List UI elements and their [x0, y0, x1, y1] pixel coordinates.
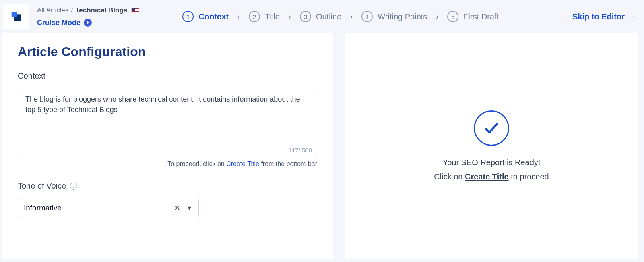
chevron-right-icon: › [436, 12, 438, 21]
tone-label-row: Tone of Voice i [18, 181, 317, 191]
arrow-right-icon: → [628, 11, 637, 22]
context-textarea-wrap: 117/ 500 [18, 88, 317, 156]
chevron-right-icon: › [289, 12, 291, 21]
step-number: 3 [300, 11, 311, 22]
context-textarea[interactable] [18, 88, 317, 156]
step-first-draft[interactable]: 5First Draft [447, 11, 499, 22]
step-context[interactable]: 1Context [182, 11, 228, 22]
step-label: Outline [316, 12, 341, 21]
breadcrumb-root[interactable]: All Articles [37, 6, 68, 15]
step-number: 1 [182, 11, 194, 22]
step-label: Title [265, 12, 280, 21]
play-icon [84, 19, 92, 27]
clear-icon[interactable]: ✕ [173, 204, 182, 212]
info-icon[interactable]: i [70, 183, 77, 190]
chevron-down-icon[interactable]: ▾ [186, 204, 193, 212]
hint-prefix: To proceed, click on [167, 160, 226, 167]
tone-input[interactable] [24, 204, 169, 212]
seo-proceed-text: Click on Create Title to proceed [434, 172, 549, 181]
breadcrumb-current[interactable]: Technical Blogs [75, 6, 127, 15]
svg-rect-0 [12, 12, 17, 17]
tone-label: Tone of Voice [18, 181, 66, 191]
chevron-right-icon: › [237, 12, 240, 21]
breadcrumb-separator: / [71, 6, 73, 15]
seo-panel: Your SEO Report is Ready! Click on Creat… [345, 33, 638, 259]
wizard-steps: 1Context›2Title›3Outline›4Writing Points… [182, 11, 499, 22]
step-number: 4 [361, 11, 373, 22]
chevron-right-icon: › [350, 12, 353, 21]
config-panel: Article Configuration Context 117/ 500 T… [2, 33, 333, 259]
hint-suffix: from the bottom bar [259, 160, 317, 167]
app-logo[interactable] [3, 4, 29, 29]
proceed-prefix: Click on [434, 172, 465, 181]
step-label: Context [198, 12, 228, 21]
logo-icon [10, 10, 22, 23]
context-label: Context [18, 71, 317, 81]
breadcrumb: All Articles / Technical Blogs [37, 6, 142, 15]
tone-select[interactable]: ✕ ▾ [18, 198, 199, 218]
step-outline[interactable]: 3Outline [300, 11, 341, 22]
seo-ready-text: Your SEO Report is Ready! [434, 158, 549, 167]
flag-us-icon [131, 8, 139, 13]
step-label: First Draft [463, 12, 499, 21]
check-circle-icon [474, 110, 509, 146]
step-title[interactable]: 2Title [249, 11, 280, 22]
step-number: 5 [447, 11, 458, 22]
cruise-mode-label: Cruise Mode [37, 19, 80, 27]
step-number: 2 [249, 11, 260, 22]
char-count: 117/ 500 [289, 147, 312, 154]
step-writing-points[interactable]: 4Writing Points [361, 11, 427, 22]
svg-rect-2 [17, 14, 21, 17]
cruise-mode-toggle[interactable]: Cruise Mode [37, 19, 142, 27]
skip-label: Skip to Editor [572, 12, 625, 21]
svg-rect-1 [14, 17, 21, 21]
proceed-suffix: to proceed [509, 172, 549, 181]
create-title-link[interactable]: Create Title [226, 160, 259, 167]
create-title-action[interactable]: Create Title [465, 172, 509, 181]
context-hint: To proceed, click on Create Title from t… [18, 160, 317, 168]
step-label: Writing Points [378, 12, 427, 21]
skip-to-editor-button[interactable]: Skip to Editor → [572, 11, 637, 22]
page-title: Article Configuration [18, 44, 317, 59]
